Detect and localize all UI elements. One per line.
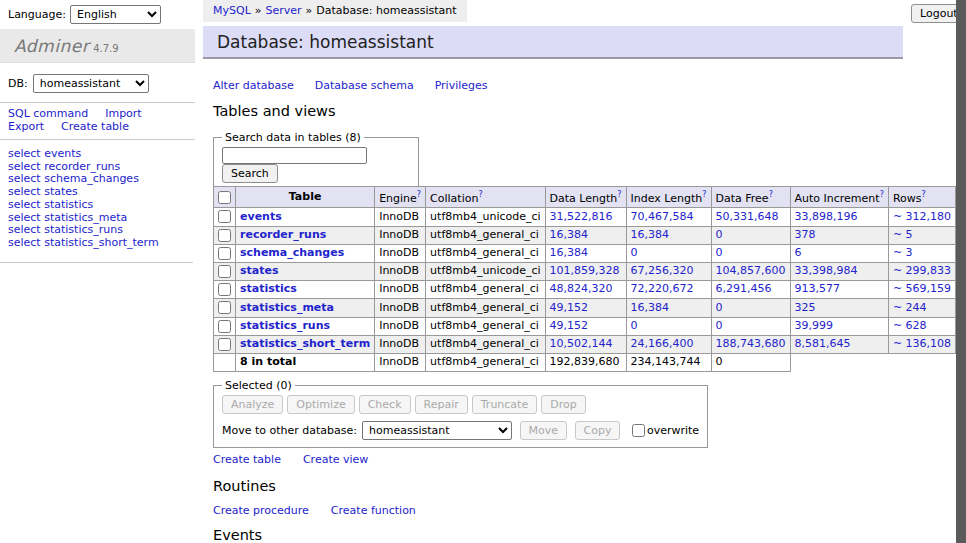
database-action-link[interactable]: Alter database [213,79,294,92]
row-checkbox[interactable] [218,338,231,351]
row-checkbox[interactable] [218,229,231,242]
db-select[interactable]: homeassistant [33,74,149,93]
sidebar-table-link[interactable]: select events [8,148,159,161]
drop-button[interactable]: Drop [541,395,585,414]
data-free-cell-link[interactable]: 0 [716,301,723,314]
row-checkbox[interactable] [218,265,231,278]
truncate-button[interactable]: Truncate [472,395,537,414]
sidebar-command-link[interactable]: SQL command [8,107,88,120]
row-checkbox[interactable] [218,210,231,223]
table-name-link[interactable]: schema_changes [240,246,344,259]
sidebar-table-link[interactable]: select statistics [8,199,159,212]
rows-cell-link[interactable]: ~ 628 [893,319,927,332]
rows-cell-link[interactable]: ~ 299,833 [893,264,951,277]
help-icon[interactable]: ? [769,190,773,199]
index-length-cell-link[interactable]: 24,166,400 [631,337,694,350]
routine-link[interactable]: Create procedure [213,504,309,517]
auto-increment-cell-link[interactable]: 33,398,984 [795,264,858,277]
auto-increment-cell-link[interactable]: 33,898,196 [795,210,858,223]
sidebar-command-link[interactable]: Export [8,120,44,133]
table-name-link[interactable]: statistics_meta [240,301,334,314]
data-length-cell-link[interactable]: 31,522,816 [550,210,613,223]
row-checkbox[interactable] [218,301,231,314]
index-length-cell-link[interactable]: 0 [631,319,638,332]
data-free-cell-link[interactable]: 0 [716,246,723,259]
auto-increment-cell-link[interactable]: 39,999 [795,319,834,332]
move-button[interactable]: Move [520,421,568,440]
help-icon[interactable]: ? [478,190,482,199]
rows-cell-link[interactable]: ~ 569,159 [893,282,951,295]
copy-button[interactable]: Copy [575,421,621,440]
vertical-scrollbar[interactable] [956,0,966,543]
help-icon[interactable]: ? [921,190,925,199]
collation-cell: utf8mb4_general_ci [426,317,545,335]
breadcrumb-item[interactable]: MySQL [213,4,251,17]
auto-increment-cell-link[interactable]: 8,581,645 [795,337,851,350]
data-free-cell-link[interactable]: 188,743,680 [716,337,786,350]
row-checkbox[interactable] [218,247,231,260]
check-button[interactable]: Check [359,395,411,414]
help-icon[interactable]: ? [417,190,421,199]
data-free-cell-link[interactable]: 50,331,648 [716,210,779,223]
table-name-link[interactable]: statistics_short_term [240,337,370,350]
create-link[interactable]: Create table [213,453,281,466]
index-length-cell: 0 [626,244,711,262]
routine-link[interactable]: Create function [331,504,416,517]
data-free-cell-link[interactable]: 0 [716,228,723,241]
data-length-cell-link[interactable]: 16,384 [550,228,589,241]
sidebar-command-link[interactable]: Create table [61,120,129,133]
sidebar-table-link[interactable]: select states [8,186,159,199]
search-button[interactable]: Search [222,164,278,183]
create-link[interactable]: Create view [303,453,368,466]
help-icon[interactable]: ? [617,190,621,199]
help-icon[interactable]: ? [702,190,706,199]
index-length-cell-link[interactable]: 16,384 [631,228,670,241]
breadcrumb-item[interactable]: Server [266,4,302,17]
data-length-cell-link[interactable]: 101,859,328 [550,264,620,277]
row-checkbox[interactable] [218,320,231,333]
repair-button[interactable]: Repair [415,395,468,414]
table-name-link[interactable]: recorder_runs [240,228,326,241]
table-name-link[interactable]: statistics_runs [240,319,330,332]
data-free-cell-link[interactable]: 0 [716,319,723,332]
data-length-cell-link[interactable]: 49,152 [550,301,589,314]
rows-cell-link[interactable]: ~ 3 [893,246,913,259]
index-length-cell-link[interactable]: 16,384 [631,301,670,314]
table-name-link[interactable]: events [240,210,282,223]
auto-increment-cell: 378 [790,226,888,244]
move-db-select[interactable]: homeassistant [362,421,512,440]
table-name-link[interactable]: states [240,264,279,277]
index-length-cell-link[interactable]: 72,220,672 [631,282,694,295]
optimize-button[interactable]: Optimize [287,395,354,414]
row-checkbox[interactable] [218,283,231,296]
app-name[interactable]: Adminer [14,36,89,56]
auto-increment-cell-link[interactable]: 6 [795,246,802,259]
data-length-cell-link[interactable]: 49,152 [550,319,589,332]
index-length-cell-link[interactable]: 67,256,320 [631,264,694,277]
data-length-cell-link[interactable]: 10,502,144 [550,337,613,350]
index-length-cell-link[interactable]: 0 [631,246,638,259]
auto-increment-cell-link[interactable]: 325 [795,301,816,314]
rows-cell-link[interactable]: ~ 312,180 [893,210,951,223]
auto-increment-cell-link[interactable]: 913,577 [795,282,841,295]
overwrite-checkbox[interactable] [632,424,645,437]
select-all-checkbox[interactable] [218,191,231,204]
sidebar-command-link[interactable]: Import [105,107,142,120]
database-action-link[interactable]: Privileges [435,79,488,92]
rows-cell-link[interactable]: ~ 244 [893,301,927,314]
database-action-link[interactable]: Database schema [315,79,414,92]
sidebar-table-link[interactable]: select statistics_short_term [8,237,159,250]
auto-increment-cell-link[interactable]: 378 [795,228,816,241]
search-input[interactable] [222,147,367,164]
data-free-cell-link[interactable]: 104,857,600 [716,264,786,277]
rows-cell-link[interactable]: ~ 136,108 [893,337,951,350]
language-select[interactable]: English [70,5,161,24]
data-length-cell-link[interactable]: 48,824,320 [550,282,613,295]
index-length-cell-link[interactable]: 70,467,584 [631,210,694,223]
rows-cell-link[interactable]: ~ 5 [893,228,913,241]
data-free-cell-link[interactable]: 6,291,456 [716,282,772,295]
help-icon[interactable]: ? [880,190,884,199]
table-name-link[interactable]: statistics [240,282,297,295]
analyze-button[interactable]: Analyze [222,395,283,414]
data-length-cell-link[interactable]: 16,384 [550,246,589,259]
